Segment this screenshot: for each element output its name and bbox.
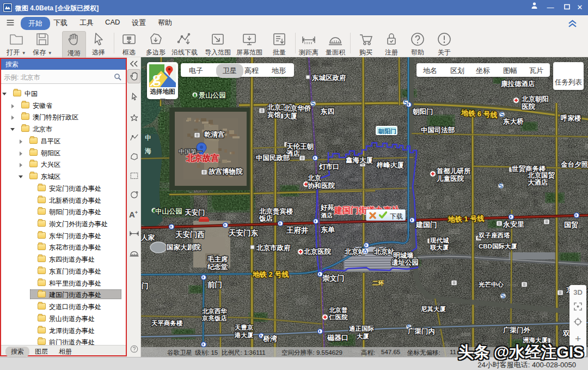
svg-text:人家: 人家 <box>141 234 155 241</box>
svg-text:协和医院: 协和医院 <box>308 181 335 190</box>
svg-text:大厦: 大厦 <box>284 112 298 120</box>
svg-text:中: 中 <box>145 134 151 142</box>
svg-text:中国司法部: 中国司法部 <box>421 126 455 134</box>
svg-text:灯市口: 灯市口 <box>318 163 340 171</box>
svg-text:通正国际: 通正国际 <box>348 325 375 332</box>
svg-text:首都儿研所: 首都儿研所 <box>436 167 471 175</box>
svg-text:港大厦: 港大厦 <box>234 332 254 338</box>
svg-text:广渠门内: 广渠门内 <box>407 327 435 335</box>
svg-text:京兆饭店: 京兆饭店 <box>201 314 228 322</box>
svg-text:海: 海 <box>144 147 151 155</box>
svg-text:双子座西塔: 双子座西塔 <box>478 232 510 239</box>
svg-text:g: g <box>152 68 161 86</box>
svg-text:儿童医院: 儿童医院 <box>436 174 464 183</box>
svg-text:天安门: 天安门 <box>184 209 205 216</box>
svg-text:朝阳门: 朝阳门 <box>412 108 433 116</box>
svg-text:鑫海大厦: 鑫海大厦 <box>345 156 373 164</box>
svg-text:景山公园: 景山公园 <box>198 92 226 99</box>
svg-text:天平商务楼: 天平商务楼 <box>151 319 183 326</box>
svg-text:双: 双 <box>562 329 570 337</box>
svg-text:永安里: 永安里 <box>503 220 524 228</box>
svg-text:天安门东: 天安门东 <box>228 229 259 237</box>
svg-text:好苑: 好苑 <box>320 204 334 211</box>
svg-text:地铁 1 号线: 地铁 1 号线 <box>448 214 485 223</box>
svg-text:北京站: 北京站 <box>344 247 365 256</box>
svg-text:东大桥: 东大桥 <box>503 118 524 125</box>
svg-text:东四: 东四 <box>320 107 334 116</box>
svg-text:明城墙: 明城墙 <box>393 252 414 259</box>
svg-text:乾清宫: 乾清宫 <box>204 131 225 138</box>
svg-text:门: 门 <box>142 282 149 290</box>
svg-text:CBD国际大厦: CBD国际大厦 <box>479 243 517 250</box>
svg-text:前门: 前门 <box>207 281 222 289</box>
svg-text:北京华侨: 北京华侨 <box>283 104 311 112</box>
svg-text:现代城: 现代城 <box>430 237 449 244</box>
svg-text:崇文门: 崇文门 <box>322 274 345 282</box>
svg-text:大酒店: 大酒店 <box>528 179 548 186</box>
svg-text:康拉德酒店: 康拉德酒店 <box>500 80 535 88</box>
svg-text:天豊京: 天豊京 <box>234 324 254 331</box>
svg-text:桥湾: 桥湾 <box>262 335 278 343</box>
svg-text:建国门: 建国门 <box>415 221 437 229</box>
svg-text:纪念堂: 纪念堂 <box>207 263 228 271</box>
svg-text:东城区政府: 东城区政府 <box>311 74 346 82</box>
svg-text:宾馆: 宾馆 <box>267 111 281 119</box>
svg-text:北京故宫: 北京故宫 <box>186 153 219 162</box>
svg-text:北京市政府: 北京市政府 <box>256 244 291 252</box>
svg-text:联大厦: 联大厦 <box>430 244 449 251</box>
svg-text:毛主席: 毛主席 <box>207 255 228 263</box>
svg-text:光芒中心: 光芒中心 <box>478 281 504 288</box>
svg-text:酒店: 酒店 <box>321 212 333 219</box>
svg-text:北京朝阳: 北京朝阳 <box>521 95 549 103</box>
svg-text:王府井: 王府井 <box>286 226 309 234</box>
svg-text:天伦王朝: 天伦王朝 <box>286 143 314 150</box>
svg-text:饭店: 饭店 <box>259 215 273 222</box>
svg-text:广渠门外: 广渠门外 <box>503 326 531 334</box>
svg-text:中国民政部: 中国民政部 <box>256 154 290 162</box>
svg-text:遗址公园: 遗址公园 <box>391 259 419 266</box>
svg-text:北京国贸: 北京国贸 <box>527 171 555 179</box>
svg-text:中山公园: 中山公园 <box>155 208 182 215</box>
svg-text:国家大剧院: 国家大剧院 <box>167 243 201 251</box>
svg-text:北京医院: 北京医院 <box>303 247 332 256</box>
svg-text:仁医院: 仁医院 <box>328 313 348 320</box>
svg-text:国贸: 国贸 <box>564 221 578 229</box>
svg-text:尼其大厦: 尼其大厦 <box>420 306 446 313</box>
svg-text:大厦: 大厦 <box>356 333 370 339</box>
svg-text:故宫博物院: 故宫博物院 <box>209 167 243 175</box>
svg-text:北京贵宾楼: 北京贵宾楼 <box>259 207 293 215</box>
svg-text:磁器口: 磁器口 <box>327 333 348 342</box>
svg-text:北京: 北京 <box>307 174 322 182</box>
svg-text:北京西华: 北京西华 <box>201 307 228 314</box>
svg-text:北京站: 北京站 <box>373 247 395 256</box>
svg-text:天安门西: 天安门西 <box>175 231 205 239</box>
svg-text:东单: 东单 <box>320 226 335 234</box>
svg-text:地铁 2 号线: 地铁 2 号线 <box>252 270 289 278</box>
svg-text:北京普: 北京普 <box>328 306 348 313</box>
svg-text:医院: 医院 <box>522 102 536 111</box>
svg-text:金台夕照: 金台夕照 <box>560 161 588 168</box>
svg-text:呼家楼: 呼家楼 <box>561 114 581 122</box>
svg-text:二环: 二环 <box>372 280 384 286</box>
svg-text:梓峰大厦: 梓峰大厦 <box>376 161 405 169</box>
